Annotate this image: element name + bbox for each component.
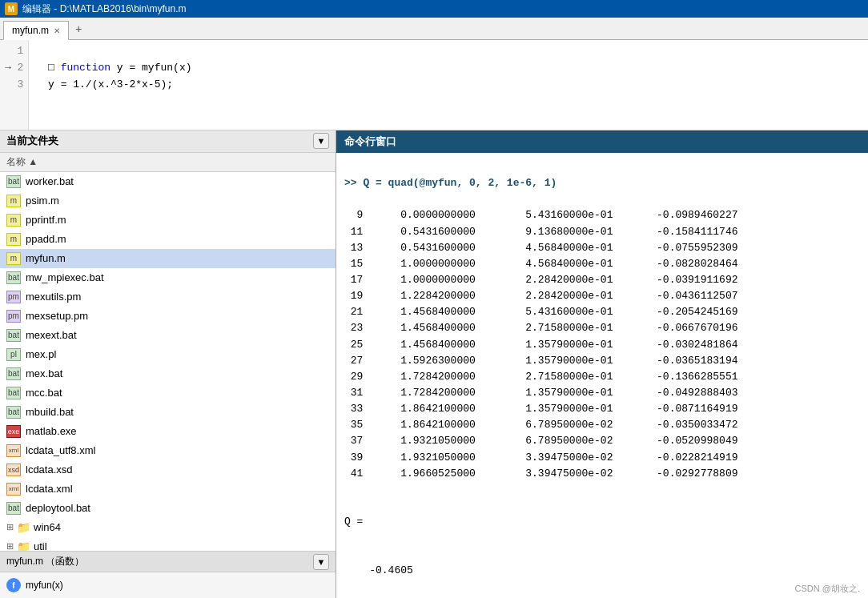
m-icon: m: [6, 195, 21, 207]
left-bottom-content: f myfun(x): [0, 572, 336, 598]
expand-icon: ⊞: [6, 541, 14, 551]
file-name: psim.m: [26, 195, 59, 207]
bottom-title: myfun.m （函数）: [6, 555, 84, 568]
title-bar: M 编辑器 - D:\MATLAB2016\bin\myfun.m: [0, 0, 868, 18]
file-item-worker-bat[interactable]: bat worker.bat: [0, 172, 336, 191]
file-name: myfun.m: [26, 252, 66, 264]
line-numbers: 1 → 2 3: [0, 40, 29, 130]
folder-icon: 📁: [17, 521, 30, 534]
bat-icon: bat: [6, 329, 21, 342]
file-name: matlab.exe: [26, 425, 77, 437]
pm-icon: pm: [6, 310, 21, 323]
file-name: mex.bat: [26, 367, 62, 379]
file-item-myfun[interactable]: m myfun.m: [0, 249, 336, 268]
file-item-ppadd[interactable]: m ppadd.m: [0, 230, 336, 249]
line-num-1: 1: [5, 43, 23, 60]
file-item-mexext[interactable]: bat mexext.bat: [0, 326, 336, 345]
file-name: mexsetup.pm: [26, 310, 88, 322]
file-item-mexsetup[interactable]: pm mexsetup.pm: [0, 307, 336, 326]
file-item-mex-pl[interactable]: pl mex.pl: [0, 345, 336, 364]
folder-win64[interactable]: ⊞ 📁 win64: [0, 518, 336, 537]
expand-icon: ⊞: [6, 522, 14, 532]
file-item-pprintf[interactable]: m pprintf.m: [0, 211, 336, 230]
bat-icon: bat: [6, 175, 21, 188]
file-item-psim[interactable]: m psim.m: [0, 191, 336, 211]
file-name: mexext.bat: [26, 329, 77, 341]
file-name: mw_mpiexec.bat: [26, 271, 104, 283]
editor-line-2: y = 1./(x.^3-2*x-5);: [35, 78, 173, 90]
file-name: deploytool.bat: [26, 502, 90, 514]
title-text: 编辑器 - D:\MATLAB2016\bin\myfun.m: [22, 2, 187, 16]
file-name: lcdata.xml: [26, 483, 73, 495]
file-name: mbuild.bat: [26, 406, 74, 418]
tab-close-icon[interactable]: ✕: [54, 26, 60, 35]
file-item-mex-bat[interactable]: bat mex.bat: [0, 364, 336, 383]
cmd-title: 命令行窗口: [344, 134, 396, 149]
m-icon: m: [6, 252, 21, 265]
pm-icon: pm: [6, 291, 21, 303]
line-num-3: 3: [5, 77, 23, 94]
editor-line-1: □ function y = myfun(x): [35, 62, 191, 74]
file-item-mexutils[interactable]: pm mexutils.pm: [0, 287, 336, 307]
file-item-lcdata-utf8[interactable]: xml lcdata_utf8.xml: [0, 441, 336, 460]
bat-icon: bat: [6, 271, 21, 284]
left-panel: 当前文件夹 ▼ 名称 ▲ bat worker.bat m psim.m m p…: [0, 130, 336, 598]
exe-icon: exe: [6, 425, 21, 438]
xml-icon: xml: [6, 444, 21, 457]
left-bottom-header: myfun.m （函数） ▼: [0, 552, 336, 572]
panel-menu-button[interactable]: ▼: [313, 133, 329, 149]
file-item-matlab-exe[interactable]: exe matlab.exe: [0, 422, 336, 441]
cmd-content[interactable]: >> Q = quad(@myfun, 0, 2, 1e-6, 1) 9 0.0…: [336, 153, 868, 580]
bottom-menu-button[interactable]: ▼: [313, 554, 329, 570]
file-name: lcdata.xsd: [26, 464, 73, 476]
file-name: worker.bat: [26, 175, 74, 187]
tab-bar: myfun.m ✕ +: [0, 18, 868, 40]
xml-icon: xml: [6, 483, 21, 496]
file-item-mcc-bat[interactable]: bat mcc.bat: [0, 383, 336, 403]
editor-area: 1 → 2 3 □ function y = myfun(x) y = 1./(…: [0, 40, 868, 130]
bat-icon: bat: [6, 406, 21, 419]
tab-myfun[interactable]: myfun.m ✕: [3, 21, 69, 40]
file-panel-header: 当前文件夹 ▼: [0, 130, 336, 153]
watermark: CSDN @胡妆之.: [336, 580, 868, 598]
file-item-deploytool[interactable]: bat deploytool.bat: [0, 499, 336, 518]
file-name: mcc.bat: [26, 387, 62, 399]
file-column-header: 名称 ▲: [0, 153, 336, 172]
m-icon: m: [6, 233, 21, 246]
cmd-header: 命令行窗口: [336, 130, 868, 153]
xsd-icon: xsd: [6, 464, 21, 476]
cmd-result-label: Q =: [344, 516, 363, 528]
editor-content[interactable]: □ function y = myfun(x) y = 1./(x.^3-2*x…: [29, 40, 868, 130]
tab-label: myfun.m: [12, 25, 49, 36]
file-item-lcdata-xml[interactable]: xml lcdata.xml: [0, 480, 336, 499]
folder-name: util: [34, 540, 47, 551]
folder-name: win64: [34, 521, 61, 533]
file-name: ppadd.m: [26, 233, 66, 245]
main-area: 当前文件夹 ▼ 名称 ▲ bat worker.bat m psim.m m p…: [0, 130, 868, 598]
bat-icon: bat: [6, 502, 21, 515]
function-signature: myfun(x): [26, 580, 63, 591]
app-icon: M: [5, 2, 18, 15]
bat-icon: bat: [6, 387, 21, 399]
left-bottom-panel: myfun.m （函数） ▼ f myfun(x): [0, 551, 336, 598]
folder-icon: 📁: [17, 540, 30, 551]
m-icon: m: [6, 214, 21, 227]
bat-icon: bat: [6, 367, 21, 380]
line-num-2: → 2: [5, 60, 23, 77]
file-item-lcdata-xsd[interactable]: xsd lcdata.xsd: [0, 460, 336, 480]
file-name: mexutils.pm: [26, 291, 81, 303]
tab-add-button[interactable]: +: [69, 20, 88, 39]
cmd-table: 9 0.0000000000 5.43160000e-01 -0.0989460…: [344, 209, 737, 479]
file-item-mw-mpiexec[interactable]: bat mw_mpiexec.bat: [0, 268, 336, 287]
file-name: mex.pl: [26, 348, 56, 360]
file-name: pprintf.m: [26, 214, 66, 226]
file-name: lcdata_utf8.xml: [26, 444, 95, 456]
file-list: bat worker.bat m psim.m m pprintf.m m pp…: [0, 172, 336, 551]
file-panel-title: 当前文件夹: [6, 134, 58, 148]
pl-icon: pl: [6, 348, 21, 361]
cmd-prompt: >> Q = quad(@myfun, 0, 2, 1e-6, 1): [344, 177, 557, 189]
cmd-result-value: -0.4605: [344, 564, 413, 576]
right-panel: 命令行窗口 >> Q = quad(@myfun, 0, 2, 1e-6, 1)…: [336, 130, 868, 598]
file-item-mbuild[interactable]: bat mbuild.bat: [0, 403, 336, 422]
folder-util[interactable]: ⊞ 📁 util: [0, 537, 336, 551]
